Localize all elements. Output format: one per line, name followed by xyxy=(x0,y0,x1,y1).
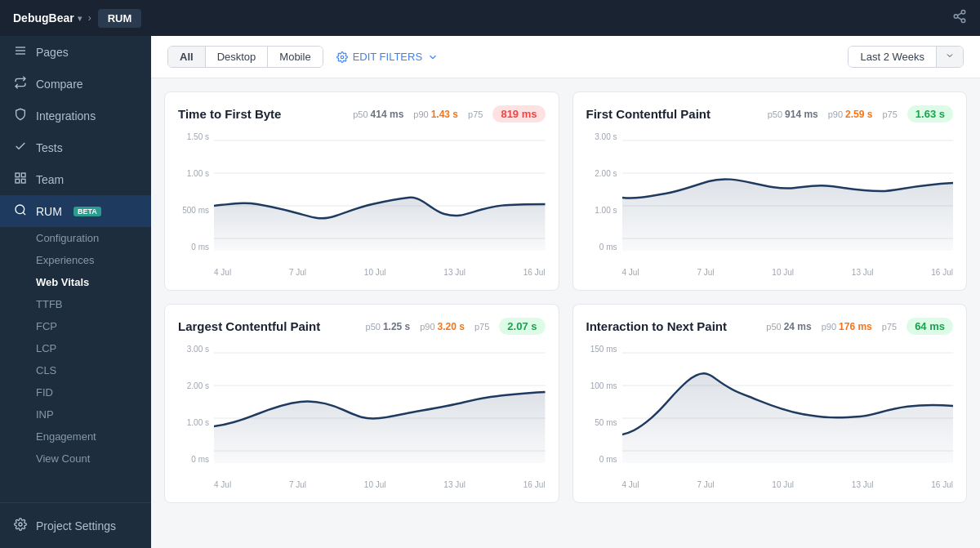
x-label: 10 Jul xyxy=(772,268,794,277)
x-axis: 4 Jul7 Jul10 Jul13 Jul16 Jul xyxy=(622,268,954,277)
rum-icon xyxy=(13,203,28,219)
x-label: 7 Jul xyxy=(697,268,714,277)
stat-p50-label: p50 xyxy=(353,109,368,119)
x-label: 4 Jul xyxy=(622,268,639,277)
stat-p75-label: p75 xyxy=(474,322,489,332)
sidebar-sub-engagement[interactable]: Engagement xyxy=(0,425,151,448)
svg-point-15 xyxy=(341,56,344,59)
filter-tab-desktop[interactable]: Desktop xyxy=(206,47,269,67)
x-label: 16 Jul xyxy=(523,268,546,277)
sub-label: Engagement xyxy=(36,430,96,443)
y-label: 0 ms xyxy=(178,455,214,464)
sub-label: Web Vitals xyxy=(36,276,89,288)
sidebar-sub-fcp[interactable]: FCP xyxy=(0,315,151,337)
sub-label: Project Settings xyxy=(36,519,116,532)
sidebar-sub-fid[interactable]: FID xyxy=(0,381,151,403)
stat-p75: p75 xyxy=(882,322,897,332)
sidebar-item-integrations[interactable]: Integrations xyxy=(0,100,151,131)
share-icon[interactable] xyxy=(952,9,967,27)
svg-point-2 xyxy=(961,19,965,23)
stat-p90-label: p90 xyxy=(822,322,836,332)
chart-stats: p50 914 ms p90 2.59 s p75 1.63 s xyxy=(768,105,953,123)
x-label: 16 Jul xyxy=(523,480,546,489)
sidebar-sub-configuration[interactable]: Configuration xyxy=(0,227,151,249)
y-label: 3.00 s xyxy=(586,132,622,141)
sidebar-item-pages[interactable]: Pages xyxy=(0,36,151,68)
sub-label: Experiences xyxy=(36,254,95,266)
chart-area: 150 ms100 ms50 ms0 ms xyxy=(586,345,954,489)
time-range-label: Last 2 Weeks xyxy=(849,47,936,67)
y-axis: 3.00 s2.00 s1.00 s0 ms xyxy=(586,132,622,271)
sub-label: CLS xyxy=(36,364,56,376)
filter-tabs: All Desktop Mobile xyxy=(167,46,323,68)
chart-svg xyxy=(214,345,546,483)
y-label: 0 ms xyxy=(586,455,622,464)
filter-tab-mobile[interactable]: Mobile xyxy=(268,47,322,67)
y-label: 100 ms xyxy=(586,381,622,390)
filter-left: All Desktop Mobile EDIT FILTERS xyxy=(167,46,439,68)
compare-icon xyxy=(13,76,28,91)
sidebar-sub-ttfb[interactable]: TTFB xyxy=(0,293,151,315)
main-content: All Desktop Mobile EDIT FILTERS Last 2 W… xyxy=(151,36,980,548)
x-label: 13 Jul xyxy=(443,480,466,489)
stat-p75-badge: 1.63 s xyxy=(907,105,953,123)
sidebar-sub-experiences[interactable]: Experiences xyxy=(0,249,151,271)
svg-point-0 xyxy=(961,11,965,15)
sub-label: Configuration xyxy=(36,232,99,244)
sidebar-sub-lcp[interactable]: LCP xyxy=(0,337,151,359)
settings-icon xyxy=(13,518,28,533)
sidebar-item-label: Integrations xyxy=(36,109,96,123)
stat-p50-label: p50 xyxy=(768,109,782,119)
stat-p90-value: 1.43 s xyxy=(431,109,458,120)
x-axis: 4 Jul7 Jul10 Jul13 Jul16 Jul xyxy=(622,480,954,489)
sidebar-sub-web-vitals[interactable]: Web Vitals xyxy=(0,271,151,293)
x-label: 10 Jul xyxy=(364,480,386,489)
x-label: 4 Jul xyxy=(622,480,639,489)
x-label: 16 Jul xyxy=(931,480,953,489)
sidebar-item-label: Pages xyxy=(36,46,69,59)
chart-title: First Contentful Paint xyxy=(586,107,711,121)
stat-p75: p75 xyxy=(474,322,489,332)
y-axis: 1.50 s1.00 s500 ms0 ms xyxy=(178,132,214,271)
chart-stats: p50 24 ms p90 176 ms p75 64 ms xyxy=(766,318,953,335)
sidebar-item-team[interactable]: Team xyxy=(0,163,151,195)
sub-label: View Count xyxy=(36,452,90,465)
time-range-selector[interactable]: Last 2 Weeks xyxy=(848,46,964,68)
topbar-brand[interactable]: DebugBear ▾ xyxy=(13,11,82,25)
svg-point-1 xyxy=(954,15,958,19)
chart-header: Time to First Byte p50 414 ms p90 1.43 s… xyxy=(178,105,546,123)
sidebar-item-tests[interactable]: Tests xyxy=(0,131,151,163)
sidebar-sub-view-count[interactable]: View Count xyxy=(0,448,151,470)
svg-line-4 xyxy=(957,13,961,16)
y-label: 1.00 s xyxy=(586,206,622,215)
chart-svg xyxy=(214,132,546,271)
svg-point-14 xyxy=(19,523,22,526)
sidebar-item-rum[interactable]: RUM BETA xyxy=(0,195,151,227)
x-label: 7 Jul xyxy=(289,268,306,277)
brand-chevron-icon: ▾ xyxy=(78,14,82,23)
sidebar-item-project-settings[interactable]: Project Settings xyxy=(0,510,151,541)
svg-rect-10 xyxy=(16,179,20,183)
x-axis: 4 Jul7 Jul10 Jul13 Jul16 Jul xyxy=(214,480,546,489)
chart-inner: 4 Jul7 Jul10 Jul13 Jul16 Jul xyxy=(214,345,546,489)
chart-title: Time to First Byte xyxy=(178,107,281,121)
sidebar-sub-cls[interactable]: CLS xyxy=(0,359,151,381)
y-label: 2.00 s xyxy=(178,381,214,390)
sidebar-sub-inp[interactable]: INP xyxy=(0,403,151,425)
filter-bar: All Desktop Mobile EDIT FILTERS Last 2 W… xyxy=(151,36,980,78)
edit-filters-button[interactable]: EDIT FILTERS xyxy=(336,51,439,63)
stat-p90: p90 1.43 s xyxy=(413,109,458,120)
stat-p75: p75 xyxy=(882,109,897,119)
filter-tab-all[interactable]: All xyxy=(168,47,206,67)
stat-p50: p50 24 ms xyxy=(766,321,811,332)
pages-icon xyxy=(13,44,28,60)
chart-title: Interaction to Next Paint xyxy=(586,319,728,333)
sidebar-item-compare[interactable]: Compare xyxy=(0,68,151,100)
chart-header: Interaction to Next Paint p50 24 ms p90 … xyxy=(586,318,954,335)
sub-label: FCP xyxy=(36,320,57,332)
time-range-chevron[interactable] xyxy=(936,47,963,67)
topbar-rum[interactable]: RUM xyxy=(98,9,142,28)
sidebar-nav: Pages Compare Integrations Tests xyxy=(0,36,151,502)
x-label: 10 Jul xyxy=(364,268,386,277)
topbar: DebugBear ▾ › RUM xyxy=(0,0,980,36)
